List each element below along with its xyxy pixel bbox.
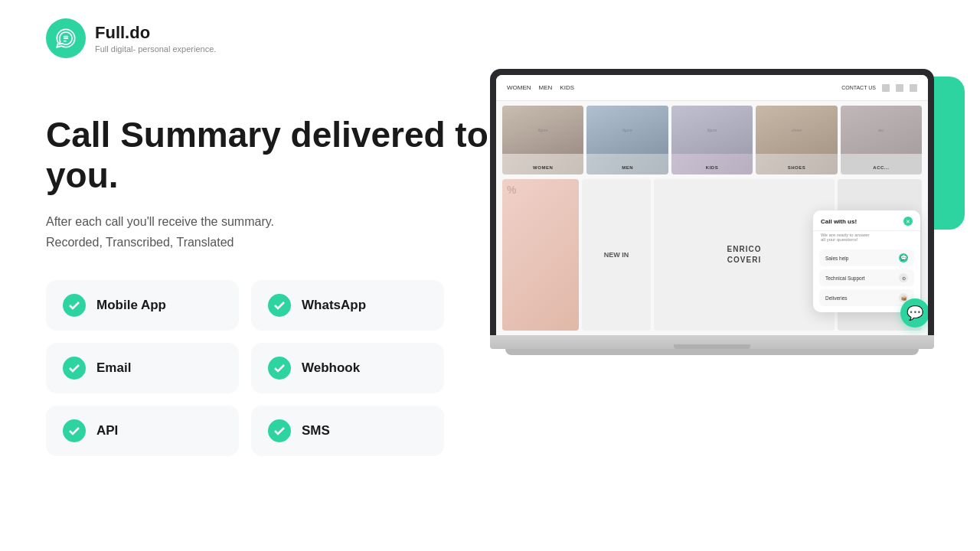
- chat-icon: [896, 84, 903, 92]
- feature-label-mobile: Mobile App: [96, 298, 166, 313]
- feature-label-email: Email: [96, 360, 131, 376]
- feature-api[interactable]: API: [46, 406, 239, 456]
- chat-header-text: Call with us!: [821, 218, 857, 225]
- product-label-acc: ACC...: [841, 165, 922, 170]
- feature-label-api: API: [96, 423, 118, 439]
- product-label-women: WOMEN: [502, 165, 583, 170]
- laptop-mockup: WOMEN MEN KIDS CONTACT US: [490, 69, 934, 355]
- nav-kids: KIDS: [560, 84, 574, 91]
- chat-subtitle: We are ready to answerall your questions…: [813, 233, 920, 246]
- new-in-card: NEW IN: [582, 179, 651, 331]
- chat-option-delivery[interactable]: Deliveries 📦: [819, 289, 914, 306]
- chat-header: Call with us! ✕: [813, 210, 920, 231]
- product-card-women: figure WOMEN: [502, 106, 583, 174]
- close-icon: ✕: [906, 219, 910, 224]
- subtitle-2: Recorded, Transcribed, Translated: [46, 236, 490, 249]
- search-icon: [882, 84, 890, 92]
- nav-contact: CONTACT US: [841, 85, 876, 90]
- chat-option-support-label: Technical Support: [825, 276, 865, 281]
- check-icon-mobile: [63, 294, 86, 317]
- brand-enrico-label: ENRICOCOVERI: [727, 244, 762, 266]
- chat-option-sales[interactable]: Sales help 💬: [819, 249, 914, 266]
- logo-text: Full.do Full digital- personal experienc…: [95, 23, 216, 53]
- user-icon: [910, 84, 917, 92]
- header: Full.do Full digital- personal experienc…: [0, 0, 980, 77]
- feature-label-whatsapp: WhatsApp: [302, 298, 366, 313]
- chat-option-delivery-label: Deliveries: [825, 295, 848, 301]
- brand-enrico-card: ENRICOCOVERI: [654, 179, 835, 331]
- feature-label-webhook: Webhook: [302, 360, 360, 376]
- support-icon: ⚙: [899, 273, 908, 282]
- laptop-screen: WOMEN MEN KIDS CONTACT US: [496, 75, 928, 335]
- laptop: WOMEN MEN KIDS CONTACT US: [490, 69, 934, 355]
- chat-bubble-icon: [55, 28, 77, 49]
- right-panel: WOMEN MEN KIDS CONTACT US: [490, 69, 934, 456]
- laptop-base: [490, 335, 934, 349]
- promo-percent: %: [507, 184, 516, 196]
- check-icon-webhook: [268, 357, 291, 380]
- product-card-acc: acc ACC...: [841, 106, 922, 174]
- chat-option-sales-label: Sales help: [825, 256, 848, 261]
- nav-men: MEN: [539, 84, 553, 91]
- feature-sms[interactable]: SMS: [251, 406, 444, 456]
- product-card-men: figure MEN: [586, 106, 668, 174]
- chat-float-button[interactable]: 💬: [900, 298, 928, 328]
- headline: Call Summary delivered to you.: [46, 115, 490, 196]
- product-label-kids: KIDS: [671, 165, 753, 170]
- new-in-label: NEW IN: [604, 251, 629, 259]
- chat-widget: Call with us! ✕ We are ready to answeral…: [813, 210, 920, 312]
- logo-subtitle: Full digital- personal experience.: [95, 44, 216, 54]
- laptop-screen-border: WOMEN MEN KIDS CONTACT US: [490, 69, 934, 335]
- chat-close-button[interactable]: ✕: [903, 217, 913, 226]
- product-label-shoes: SHOES: [756, 165, 837, 170]
- nav-women: WOMEN: [507, 84, 531, 91]
- product-card-shoes: shoes SHOES: [756, 106, 837, 174]
- site-nav-links: WOMEN MEN KIDS: [507, 84, 574, 91]
- product-label-men: MEN: [586, 165, 668, 170]
- feature-email[interactable]: Email: [46, 343, 239, 393]
- check-icon-email: [63, 357, 86, 380]
- site-nav: WOMEN MEN KIDS CONTACT US: [496, 75, 928, 101]
- laptop-foot: [505, 349, 919, 355]
- check-icon-sms: [268, 419, 291, 442]
- main-content: Call Summary delivered to you. After eac…: [0, 92, 980, 456]
- left-panel: Call Summary delivered to you. After eac…: [46, 92, 490, 456]
- check-icon-whatsapp: [268, 294, 291, 317]
- subtitle-1: After each call you'll receive the summa…: [46, 213, 490, 231]
- check-icon-api: [63, 419, 86, 442]
- feature-label-sms: SMS: [302, 423, 330, 439]
- features-grid: Mobile App WhatsApp Email Webhook: [46, 280, 444, 456]
- logo-icon: [46, 18, 86, 58]
- logo-title: Full.do: [95, 23, 216, 43]
- chat-float-icon: 💬: [906, 305, 923, 321]
- promo-card: %: [502, 179, 579, 331]
- chat-option-support[interactable]: Technical Support ⚙: [819, 269, 914, 286]
- feature-mobile-app[interactable]: Mobile App: [46, 280, 239, 331]
- site-nav-right: CONTACT US: [841, 84, 917, 92]
- product-grid: figure WOMEN figure MEN: [496, 101, 928, 179]
- sales-icon: 💬: [899, 253, 908, 262]
- promo-image: [502, 179, 579, 331]
- feature-whatsapp[interactable]: WhatsApp: [251, 280, 444, 331]
- product-card-kids: figure KIDS: [671, 106, 753, 174]
- feature-webhook[interactable]: Webhook: [251, 343, 444, 393]
